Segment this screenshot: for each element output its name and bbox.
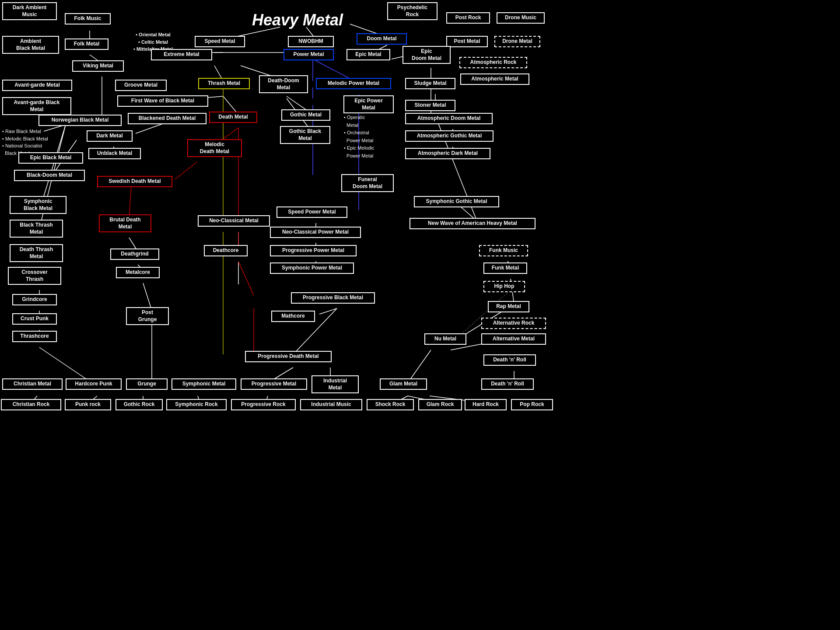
node-funeral-doom: FuneralDoom Metal [341, 174, 394, 192]
node-grindcore: Grindcore [12, 294, 57, 305]
node-death-doom-metal: Death-DoomMetal [259, 75, 308, 93]
node-speed-power-metal: Speed Power Metal [276, 206, 347, 218]
node-glam-rock: Glam Rock [418, 399, 462, 410]
node-sludge-metal: Sludge Metal [405, 78, 455, 89]
node-operatic-group: • Operatic Metal• Orchestral Power Metal… [344, 114, 409, 160]
node-christian-metal: Christian Metal [2, 378, 63, 390]
node-death-thrash: Death ThrashMetal [10, 244, 63, 262]
node-death-n-roll: Death 'n' Roll [483, 354, 536, 366]
node-atmospheric-doom: Atmospheric Doom Metal [405, 113, 493, 124]
node-neo-classical: Neo-Classical Metal [198, 215, 270, 227]
node-melodic-death: MelodicDeath Metal [187, 139, 242, 157]
node-gothic-rock: Gothic Rock [116, 399, 163, 410]
node-hardcore-punk: Hardcore Punk [66, 378, 122, 390]
node-gothic-metal: Gothic Metal [281, 109, 330, 121]
node-symphonic-power: Symphonic Power Metal [270, 262, 354, 274]
node-doom-metal: Doom Metal [357, 33, 407, 45]
node-epic-doom-metal: EpicDoom Metal [402, 46, 451, 64]
node-black-doom-metal: Black-Doom Metal [14, 170, 85, 181]
node-funk-metal: Funk Metal [483, 262, 527, 274]
node-neo-classical-power: Neo-Classical Power Metal [270, 227, 361, 238]
node-crust-punk: Crust Punk [12, 313, 57, 325]
node-symphonic-black: SymphonicBlack Metal [10, 196, 66, 214]
node-drone-music-top: Drone Music [497, 12, 545, 24]
node-extreme-metal: Extreme Metal [151, 49, 212, 60]
node-progressive-metal: Progressive Metal [241, 378, 307, 390]
node-atmospheric-metal: Atmospheric Metal [460, 74, 529, 85]
node-avant-garde-metal: Avant-garde Metal [2, 80, 72, 91]
node-post-grunge: PostGrunge [126, 307, 169, 325]
node-christian-rock: Christian Rock [1, 399, 61, 410]
node-pop-rock: Pop Rock [511, 399, 553, 410]
node-thrashcore: Thrashcore [12, 331, 57, 342]
node-symphonic-rock: Symphonic Rock [166, 399, 227, 410]
node-atmospheric-gothic: Atmospheric Gothic Metal [405, 130, 494, 142]
node-progressive-rock: Progressive Rock [231, 399, 296, 410]
node-rap-metal: Rap Metal [488, 301, 529, 312]
node-swedish-death: Swedish Death Metal [97, 176, 172, 187]
node-atmospheric-rock: Atmospheric Rock [459, 57, 527, 68]
node-crossover-thrash: CrossoverThrash [8, 267, 61, 285]
chart-container: Heavy Metal Dark AmbientMusic Folk Music… [0, 0, 840, 630]
node-hip-hop: Hip Hop [483, 281, 525, 292]
node-epic-power-metal: Epic PowerMetal [343, 95, 394, 113]
node-dark-ambient: Dark AmbientMusic [2, 2, 57, 20]
node-funk-music: Funk Music [479, 245, 528, 256]
node-alternative-metal: Alternative Metal [481, 333, 546, 345]
node-folk-music: Folk Music [65, 13, 111, 24]
node-speed-metal: Speed Metal [195, 36, 245, 47]
node-post-rock-top: Post Rock [446, 12, 490, 24]
node-folk-metal: Folk Metal [65, 38, 108, 50]
node-post-metal: Post Metal [446, 36, 488, 47]
node-melodic-power-metal: Melodic Power Metal [316, 78, 391, 89]
node-ambient-black: AmbientBlack Metal [2, 36, 59, 54]
node-hard-rock: Hard Rock [465, 399, 507, 410]
node-death-metal: Death Metal [209, 112, 257, 123]
node-avant-garde-black: Avant-garde BlackMetal [2, 97, 71, 115]
node-symphonic-metal: Symphonic Metal [172, 378, 236, 390]
node-nwobhm: NWOBHM [288, 36, 334, 47]
node-power-metal: Power Metal [284, 49, 334, 60]
node-black-thrash: Black ThrashMetal [10, 220, 63, 238]
node-deathgrind: Deathgrind [110, 248, 159, 260]
node-drone-metal: Drone Metal [494, 36, 540, 47]
node-deathcore: Deathcore [204, 245, 248, 256]
node-glam-metal: Glam Metal [380, 378, 427, 390]
node-symphonic-gothic: Symphonic Gothic Metal [414, 196, 499, 207]
node-dark-metal: Dark Metal [87, 130, 133, 142]
node-mathcore: Mathcore [271, 311, 315, 322]
node-blackened-death: Blackened Death Metal [128, 113, 206, 124]
title-heavy-metal: Heavy Metal [210, 9, 385, 32]
node-nu-metal: Nu Metal [424, 333, 466, 345]
node-industrial-metal: IndustrialMetal [312, 375, 359, 393]
node-stoner-metal: Stoner Metal [405, 100, 455, 111]
node-brutal-death: Brutal DeathMetal [99, 214, 151, 232]
node-grunge: Grunge [126, 378, 168, 390]
node-industrial-music: Industrial Music [300, 399, 362, 410]
node-punk-rock: Punk rock [65, 399, 111, 410]
node-gothic-black-metal: Gothic BlackMetal [280, 126, 330, 144]
node-groove-metal: Groove Metal [115, 80, 167, 91]
node-viking-metal: Viking Metal [72, 60, 124, 72]
node-first-wave-black: First Wave of Black Metal [117, 95, 208, 107]
node-progressive-black: Progressive Black Metal [291, 292, 375, 304]
node-unblack-metal: Unblack Metal [88, 148, 141, 159]
node-norwegian-black: Norwegian Black Metal [38, 115, 122, 126]
node-progressive-death: Progressive Death Metal [245, 351, 332, 362]
node-epic-black-metal: Epic Black Metal [18, 152, 83, 164]
node-psychedelic-rock: PsychedelicRock [387, 2, 438, 20]
node-progressive-power: Progressive Power Metal [270, 245, 357, 256]
node-metalcore: Metalcore [116, 267, 160, 278]
node-atmospheric-dark: Atmospheric Dark Metal [405, 148, 490, 159]
node-new-wave-american: New Wave of American Heavy Metal [410, 218, 536, 229]
node-alternative-rock: Alternative Rock [481, 318, 546, 329]
node-death-n-roll-bottom: Death 'n' Roll [481, 378, 534, 390]
node-epic-metal: Epic Metal [346, 49, 390, 60]
node-thrash-metal: Thrash Metal [198, 78, 250, 89]
node-shock-rock: Shock Rock [367, 399, 414, 410]
